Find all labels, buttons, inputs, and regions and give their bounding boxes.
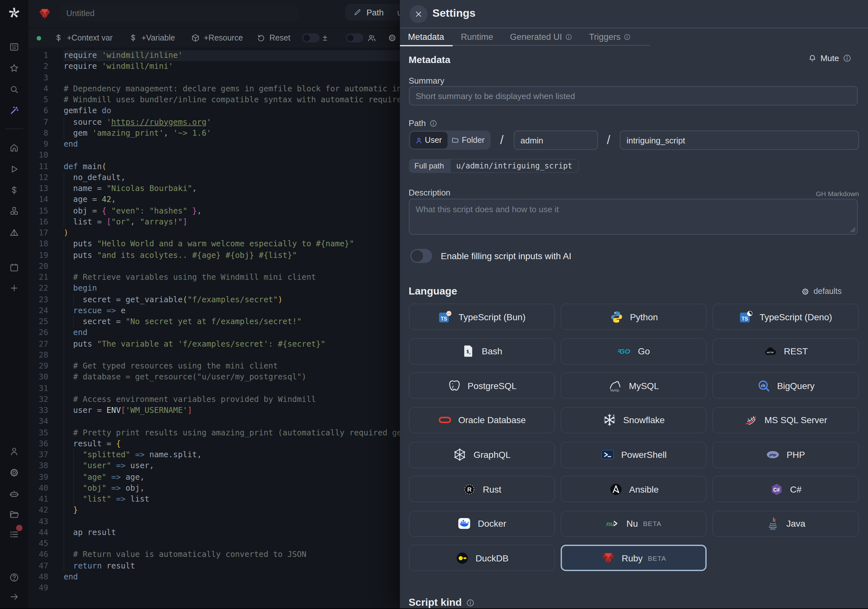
snowflake-icon bbox=[603, 413, 617, 427]
language-graphql[interactable]: GraphQL bbox=[409, 442, 555, 468]
add-resource-button[interactable]: +Resource bbox=[191, 28, 243, 48]
sidebar-play-icon[interactable] bbox=[0, 164, 28, 174]
language-defaults-button[interactable]: defaults bbox=[801, 287, 842, 296]
ai-fill-toggle[interactable] bbox=[410, 249, 432, 263]
description-textarea[interactable]: What this script does and how to use it bbox=[409, 199, 858, 235]
close-button[interactable] bbox=[409, 5, 427, 23]
owner-kind-user[interactable]: User bbox=[410, 132, 447, 149]
go-icon: GO bbox=[617, 344, 631, 358]
add-variable-button[interactable]: +Variable bbox=[129, 28, 175, 48]
language-mysql[interactable]: MySQLMySQL bbox=[561, 373, 707, 399]
language-snowflake[interactable]: Snowflake bbox=[561, 407, 707, 434]
language-ruby[interactable]: RubyBETA bbox=[561, 545, 707, 571]
tab-metadata[interactable]: Metadata bbox=[400, 28, 453, 46]
add-context-var-button[interactable]: +Context var bbox=[54, 28, 113, 48]
pencil-icon bbox=[353, 8, 361, 16]
language-docker[interactable]: Docker bbox=[409, 511, 555, 537]
sidebar-plus-icon[interactable] bbox=[0, 283, 28, 293]
sidebar-magic-wand-icon[interactable] bbox=[0, 105, 28, 115]
path-label: Path bbox=[409, 118, 437, 128]
diff-toggle[interactable] bbox=[302, 33, 319, 42]
language-bigquery[interactable]: BigQuery bbox=[712, 373, 859, 399]
path-owner-input[interactable]: admin bbox=[513, 130, 598, 150]
language-postgresql[interactable]: PostgreSQL bbox=[409, 373, 555, 399]
notification-badge bbox=[16, 525, 23, 531]
php-icon: php bbox=[766, 448, 780, 462]
collab-toggle[interactable] bbox=[346, 33, 363, 42]
svg-text:R: R bbox=[467, 486, 471, 493]
language-rest[interactable]: HTTPREST bbox=[712, 338, 859, 364]
collaborators-button[interactable] bbox=[367, 28, 376, 48]
sidebar-home-icon[interactable] bbox=[0, 143, 28, 153]
gear-icon bbox=[801, 287, 809, 296]
sidebar-app-window-icon[interactable] bbox=[0, 42, 28, 52]
language-powershell[interactable]: PowerShell bbox=[561, 442, 707, 468]
sidebar-help-icon[interactable] bbox=[0, 572, 28, 583]
language-ms-sql-server[interactable]: MS SQL Server bbox=[712, 407, 859, 434]
language-java[interactable]: JavaJava bbox=[712, 511, 859, 537]
info-icon bbox=[843, 54, 851, 62]
plus-minus-label: ± bbox=[323, 28, 327, 48]
rest-icon: HTTP bbox=[763, 344, 777, 358]
sidebar-arrow-right-icon[interactable] bbox=[0, 591, 28, 601]
owner-kind-toggle: User Folder bbox=[409, 130, 490, 150]
sidebar-queue-icon[interactable] bbox=[0, 529, 28, 539]
tab-triggers[interactable]: Triggers bbox=[581, 28, 639, 46]
typescript-bun-icon: TS bbox=[438, 310, 452, 324]
csharp-icon: C# bbox=[770, 482, 784, 496]
sidebar bbox=[0, 0, 28, 609]
language-rust[interactable]: RRust bbox=[409, 476, 555, 502]
svg-text:HTTP: HTTP bbox=[767, 352, 774, 354]
sidebar-dollar-icon[interactable] bbox=[0, 185, 28, 195]
sidebar-cubes-icon[interactable] bbox=[0, 206, 28, 216]
sidebar-search-icon[interactable] bbox=[0, 84, 28, 94]
beta-badge: BETA bbox=[648, 554, 666, 562]
mysql-icon: MySQL bbox=[608, 379, 622, 393]
docker-icon bbox=[457, 517, 471, 531]
owner-kind-folder[interactable]: Folder bbox=[447, 132, 489, 149]
reset-button[interactable]: Reset bbox=[257, 28, 290, 48]
windmill-logo[interactable] bbox=[7, 6, 21, 20]
language-go[interactable]: GOGo bbox=[561, 338, 707, 364]
language-oracle-database[interactable]: Oracle Database bbox=[409, 407, 555, 434]
oracle-icon bbox=[437, 413, 452, 427]
settings-tabs: MetadataRuntimeGenerated UITriggers bbox=[400, 28, 650, 46]
summary-input[interactable]: Short summary to be displayed when liste… bbox=[409, 86, 858, 105]
ruby-icon bbox=[601, 551, 615, 565]
path-button-label: Path bbox=[366, 8, 384, 17]
language-c-[interactable]: C#C# bbox=[712, 476, 859, 502]
sidebar-gear-icon[interactable] bbox=[0, 467, 28, 477]
language-php[interactable]: phpPHP bbox=[712, 442, 859, 468]
language-duckdb[interactable]: DuckDB bbox=[409, 545, 555, 571]
sidebar-folder-open-icon[interactable] bbox=[0, 509, 28, 520]
bigquery-icon bbox=[756, 379, 770, 393]
person-icon bbox=[415, 136, 422, 144]
folder-icon bbox=[452, 136, 459, 144]
svg-text:TS: TS bbox=[742, 316, 748, 321]
language-ansible[interactable]: Ansible bbox=[561, 476, 707, 502]
language-python[interactable]: Python bbox=[561, 304, 707, 330]
language-label: TypeScript (Deno) bbox=[760, 311, 832, 322]
sidebar-calendar-icon[interactable] bbox=[0, 262, 28, 273]
sidebar-star-icon[interactable] bbox=[0, 63, 28, 73]
language-nu[interactable]: nuNuBETA bbox=[561, 511, 707, 537]
people-icon bbox=[367, 33, 376, 42]
tab-runtime[interactable]: Runtime bbox=[453, 28, 502, 46]
script-title-input[interactable]: Untitled bbox=[60, 5, 299, 21]
java-icon: Java bbox=[766, 517, 780, 531]
language-label: Java bbox=[786, 519, 805, 529]
mute-label: Mute bbox=[820, 53, 839, 63]
beta-badge: BETA bbox=[643, 520, 661, 528]
language-typescript-deno-[interactable]: TSTypeScript (Deno) bbox=[712, 304, 859, 330]
sidebar-user-icon[interactable] bbox=[0, 446, 28, 457]
editor-settings-button[interactable] bbox=[388, 28, 397, 48]
language-bash[interactable]: $Bash bbox=[409, 338, 555, 364]
tab-generated-ui[interactable]: Generated UI bbox=[502, 28, 581, 46]
path-name-input[interactable]: intriguing_script bbox=[620, 130, 859, 150]
language-typescript-bun-[interactable]: TSTypeScript (Bun) bbox=[409, 304, 555, 330]
path-separator: / bbox=[598, 133, 620, 147]
mute-button[interactable]: Mute bbox=[808, 53, 851, 63]
sidebar-bot-icon[interactable] bbox=[0, 488, 28, 499]
resize-grip-icon[interactable] bbox=[850, 227, 856, 233]
sidebar-pyramid-icon[interactable] bbox=[0, 227, 28, 238]
